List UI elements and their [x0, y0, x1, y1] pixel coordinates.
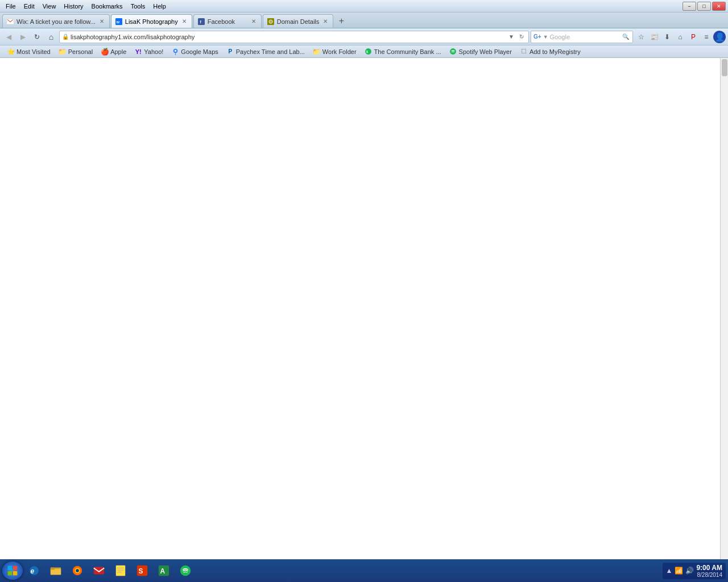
new-tab-button[interactable]: +: [334, 14, 348, 28]
gmail-favicon: [6, 18, 14, 26]
bookmark-personal[interactable]: 📁 Personal: [55, 47, 96, 56]
bookmark-star-button[interactable]: ☆: [635, 31, 647, 43]
spotify-icon: [449, 48, 457, 56]
wix-favicon: W: [115, 18, 123, 26]
tab-wix-ticket-close[interactable]: ✕: [98, 18, 106, 26]
tab-bar: Wix: A ticket you are follow... ✕ W Lisa…: [0, 13, 728, 28]
personal-folder-icon: 📁: [59, 48, 67, 56]
refresh-button[interactable]: ↻: [31, 31, 43, 43]
menu-button[interactable]: ≡: [700, 31, 713, 43]
bookmark-apple-label: Apple: [110, 48, 126, 55]
tab-wix-ticket-label: Wix: A ticket you are follow...: [16, 18, 96, 25]
domain-favicon: [267, 18, 275, 26]
navigation-bar: ◀ ▶ ↻ ⌂ 🔒 lisakphotography1.wix.com/lisa…: [0, 28, 728, 45]
bookmark-yahoo-label: Yahoo!: [144, 48, 163, 55]
bookmarks-bar: ⭐ Most Visited 📁 Personal 🍎 Apple Y! Yah…: [0, 45, 728, 58]
yahoo-icon: Y!: [134, 48, 142, 56]
bookmark-yahoo[interactable]: Y! Yahoo!: [131, 47, 167, 56]
url-display: lisakphotography1.wix.com/lisakphotograp…: [71, 34, 505, 40]
bookmark-apple[interactable]: 🍎 Apple: [97, 47, 130, 56]
vertical-scrollbar[interactable]: [720, 58, 728, 559]
tab-wix-ticket[interactable]: Wix: A ticket you are follow... ✕: [2, 14, 110, 28]
scrollbar-thumb[interactable]: [722, 59, 727, 76]
bookmark-work-folder[interactable]: 📁 Work Folder: [309, 47, 360, 56]
bookmark-paychex[interactable]: P Paychex Time and Lab...: [223, 47, 308, 56]
apple-icon: 🍎: [101, 48, 109, 56]
url-bar[interactable]: 🔒 lisakphotography1.wix.com/lisakphotogr…: [59, 31, 529, 43]
bookmark-work-folder-label: Work Folder: [322, 48, 357, 55]
work-folder-icon: 📁: [313, 48, 321, 56]
svg-text:W: W: [116, 20, 119, 23]
svg-rect-3: [198, 18, 205, 25]
home-button[interactable]: ⌂: [45, 31, 57, 43]
back-button[interactable]: ◀: [2, 31, 15, 43]
bookmark-spotify[interactable]: Spotify Web Player: [446, 47, 515, 56]
bookmark-myregistry-label: Add to MyRegistry: [530, 48, 581, 55]
tab-domain-close[interactable]: ✕: [321, 18, 329, 26]
bookmark-spotify-label: Spotify Web Player: [459, 48, 512, 55]
search-bar[interactable]: G+ ▼ Google 🔍: [531, 31, 633, 43]
bookmark-most-visited-label: Most Visited: [16, 48, 51, 55]
url-lock-icon: 🔒: [62, 34, 69, 40]
svg-point-10: [175, 50, 176, 52]
close-button[interactable]: ✕: [712, 2, 726, 11]
user-profile-button[interactable]: 👤: [713, 31, 726, 43]
forward-button[interactable]: ▶: [16, 31, 29, 43]
menu-edit[interactable]: Edit: [20, 2, 38, 11]
bookmark-google-maps[interactable]: Google Maps: [168, 47, 221, 56]
menu-bar: File Edit View History Bookmarks Tools H…: [2, 2, 169, 11]
google-plus-icon: G+: [533, 34, 541, 40]
menu-view[interactable]: View: [39, 2, 60, 11]
search-divider: ▼: [543, 34, 548, 40]
home-icon-button[interactable]: ⌂: [674, 31, 686, 43]
menu-file[interactable]: File: [2, 2, 19, 11]
menu-history[interactable]: History: [60, 2, 86, 11]
tab-facebook-close[interactable]: ✕: [250, 18, 258, 26]
bookmark-most-visited[interactable]: ⭐ Most Visited: [3, 47, 54, 56]
bookmark-google-maps-label: Google Maps: [181, 48, 218, 55]
maximize-button[interactable]: □: [697, 2, 711, 11]
tab-facebook[interactable]: f Facebook ✕: [193, 14, 262, 28]
nav-right-buttons: ☆ 📰 ⬇ ⌂ P ≡ 👤: [635, 31, 726, 43]
tab-lisak-photography[interactable]: W LisaK Photography ✕: [111, 14, 192, 28]
tab-lisak-close[interactable]: ✕: [180, 18, 188, 26]
google-maps-icon: [171, 48, 179, 56]
search-submit-button[interactable]: 🔍: [621, 32, 630, 41]
download-button[interactable]: ⬇: [661, 31, 673, 43]
tab-domain-details[interactable]: Domain Details ✕: [263, 14, 334, 28]
menu-tools[interactable]: Tools: [127, 2, 149, 11]
title-bar: File Edit View History Bookmarks Tools H…: [0, 0, 728, 13]
pinterest-button[interactable]: P: [687, 31, 700, 43]
main-content: [0, 58, 728, 559]
search-input-placeholder: Google: [550, 34, 619, 40]
window-controls: − □ ✕: [682, 2, 726, 11]
community-bank-icon: $: [365, 48, 373, 56]
bookmark-myregistry[interactable]: ☐ Add to MyRegistry: [516, 47, 584, 56]
tab-domain-label: Domain Details: [277, 18, 320, 25]
minimize-button[interactable]: −: [682, 2, 696, 11]
menu-bookmarks[interactable]: Bookmarks: [88, 2, 126, 11]
bookmark-personal-label: Personal: [68, 48, 93, 55]
url-dropdown-button[interactable]: ▼: [507, 32, 516, 41]
url-refresh-btn[interactable]: ↻: [517, 32, 526, 41]
tab-lisak-label: LisaK Photography: [125, 18, 178, 25]
reading-view-button[interactable]: 📰: [648, 31, 660, 43]
bookmark-community-bank-label: The Community Bank ...: [374, 48, 441, 55]
bookmark-community-bank[interactable]: $ The Community Bank ...: [361, 47, 445, 56]
tab-facebook-label: Facebook: [208, 18, 247, 25]
most-visited-icon: ⭐: [7, 48, 15, 56]
myregistry-icon: ☐: [520, 48, 528, 56]
menu-help[interactable]: Help: [150, 2, 169, 11]
paychex-icon: P: [226, 48, 234, 56]
bookmark-paychex-label: Paychex Time and Lab...: [236, 48, 305, 55]
facebook-favicon: f: [197, 18, 205, 26]
